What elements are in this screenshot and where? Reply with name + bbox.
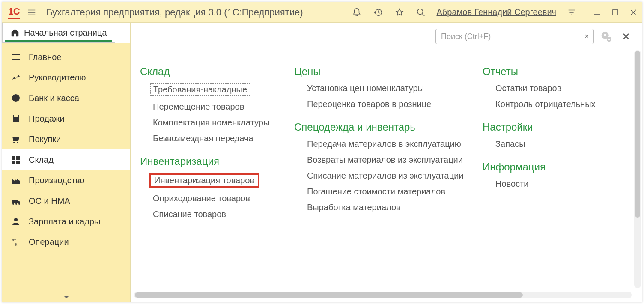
tab-home[interactable]: Начальная страница <box>2 23 115 43</box>
menu-link[interactable]: Контроль отрицательных <box>495 99 596 109</box>
section-links: Передача материалов в эксплуатациюВозвра… <box>294 139 474 212</box>
svg-point-27 <box>15 203 17 205</box>
sidebar-item-purchases[interactable]: Покупки <box>2 129 130 149</box>
tab-strip: Начальная страница <box>2 23 130 43</box>
section-title: Спецодежда и инвентарь <box>294 121 474 133</box>
sidebar-item-bank[interactable]: ₽ Банк и касса <box>2 88 130 108</box>
svg-point-35 <box>608 39 610 40</box>
menu-link[interactable]: Комплектация номенклатуры <box>153 118 269 128</box>
sidebar-item-label: Склад <box>29 155 122 165</box>
bell-icon[interactable] <box>351 6 363 18</box>
gear-icon[interactable] <box>599 29 614 44</box>
sidebar-item-label: Банк и касса <box>29 93 122 103</box>
menu-link[interactable]: Погашение стоимости материалов <box>307 187 445 197</box>
menu-link[interactable]: Списание материалов из эксплуатации <box>307 171 463 181</box>
search-input[interactable] <box>436 29 580 44</box>
sidebar-item-label: Операции <box>29 237 122 247</box>
section: ОтчетыОстатки товаровКонтроль отрицатель… <box>483 66 630 109</box>
horizontal-scrollbar[interactable] <box>134 292 632 298</box>
section: СкладТребования-накладныеПеремещение тов… <box>140 66 286 143</box>
history-icon[interactable] <box>372 6 384 18</box>
user-link[interactable]: Абрамов Геннадий Сергеевич <box>436 7 556 17</box>
menu-link[interactable]: Остатки товаров <box>495 83 561 93</box>
svg-text:Дт: Дт <box>12 238 16 242</box>
content: СкладТребования-накладныеПеремещение тов… <box>132 48 642 300</box>
menu-link[interactable]: Перемещение товаров <box>153 102 244 112</box>
vertical-scrollbar[interactable] <box>634 50 641 288</box>
menu-link[interactable]: Оприходование товаров <box>153 194 250 203</box>
svg-point-29 <box>14 218 18 221</box>
section-title: Информация <box>483 161 630 173</box>
svg-point-19 <box>13 142 15 143</box>
sidebar-item-hr[interactable]: Зарплата и кадры <box>2 211 130 232</box>
sidebar-item-manager[interactable]: Руководителю <box>2 67 130 88</box>
body: Начальная страница Главное Руководителю … <box>2 23 642 302</box>
menu-link[interactable]: Установка цен номенклатуры <box>307 83 424 93</box>
section-links: Требования-накладныеПеремещение товаровК… <box>140 83 286 143</box>
menu-link[interactable]: Запасы <box>495 139 525 149</box>
menu-link[interactable]: Переоценка товаров в рознице <box>307 99 431 109</box>
app-logo: 1С <box>8 6 20 19</box>
svg-rect-10 <box>613 10 618 15</box>
menu-link[interactable]: Инвентаризация товаров <box>149 173 259 188</box>
sidebar-item-operations[interactable]: ДтКт Операции <box>2 232 130 252</box>
svg-text:₽: ₽ <box>15 95 18 101</box>
sidebar-item-label: ОС и НМА <box>29 196 122 206</box>
section-title: Склад <box>140 66 286 77</box>
svg-rect-24 <box>16 161 20 164</box>
minimize-button[interactable] <box>593 8 602 17</box>
sidebar-expand-handle[interactable] <box>2 292 130 302</box>
menu-link[interactable]: Передача материалов в эксплуатацию <box>307 139 461 149</box>
svg-point-26 <box>12 203 14 205</box>
search-clear-button[interactable]: × <box>580 29 593 44</box>
menu-link[interactable]: Требования-накладные <box>150 83 250 96</box>
sidebar: Начальная страница Главное Руководителю … <box>2 23 131 302</box>
search-box: × <box>435 29 594 44</box>
svg-point-4 <box>417 9 423 14</box>
close-window-button[interactable] <box>629 8 638 17</box>
search-icon[interactable] <box>415 6 427 18</box>
section-links: Установка цен номенклатурыПереоценка тов… <box>294 83 474 109</box>
nav: Главное Руководителю ₽ Банк и касса Прод… <box>2 43 130 302</box>
app-title: Бухгалтерия предприятия, редакция 3.0 (1… <box>46 7 303 18</box>
sidebar-item-assets[interactable]: ОС и НМА <box>2 191 130 211</box>
svg-rect-13 <box>12 54 20 55</box>
menu-link[interactable]: Безвозмездная передача <box>153 134 253 143</box>
menu-link[interactable]: Новости <box>495 179 528 189</box>
main-menu-button[interactable] <box>26 6 38 18</box>
menu-link[interactable]: Списание товаров <box>153 209 226 219</box>
svg-rect-21 <box>12 156 15 160</box>
section-columns: СкладТребования-накладныеПеремещение тов… <box>140 66 630 289</box>
vertical-scrollbar-thumb[interactable] <box>635 51 640 218</box>
svg-rect-14 <box>12 57 20 57</box>
sidebar-item-label: Покупки <box>29 134 122 144</box>
section-title: Цены <box>294 66 474 77</box>
section: ЦеныУстановка цен номенклатурыПереоценка… <box>294 66 474 109</box>
svg-rect-25 <box>12 200 18 203</box>
sidebar-item-main[interactable]: Главное <box>2 47 130 67</box>
svg-point-33 <box>604 34 606 36</box>
maximize-button[interactable] <box>611 8 620 17</box>
sidebar-item-label: Продажи <box>29 114 122 124</box>
section: ИнформацияНовости <box>483 161 630 189</box>
column-2: ОтчетыОстатки товаровКонтроль отрицатель… <box>483 66 630 289</box>
star-icon[interactable] <box>394 6 405 18</box>
menu-link[interactable]: Выработка материалов <box>307 203 401 212</box>
svg-point-20 <box>17 142 18 143</box>
section: НастройкиЗапасы <box>483 121 630 149</box>
section: ИнвентаризацияИнвентаризация товаровОпри… <box>140 155 286 219</box>
menu-link[interactable]: Возвраты материалов из эксплуатации <box>307 155 463 165</box>
sidebar-item-sales[interactable]: Продажи <box>2 108 130 129</box>
horizontal-scrollbar-thumb[interactable] <box>135 292 523 298</box>
column-0: СкладТребования-накладныеПеремещение тов… <box>140 66 286 289</box>
svg-rect-18 <box>14 115 18 117</box>
sidebar-item-production[interactable]: Производство <box>2 170 130 191</box>
close-panel-button[interactable] <box>619 29 633 44</box>
sidebar-item-warehouse[interactable]: Склад <box>2 149 130 170</box>
tab-label: Начальная страница <box>24 28 107 38</box>
svg-rect-23 <box>12 161 15 164</box>
section-title: Отчеты <box>483 66 630 77</box>
content-toolbar: × <box>132 24 642 48</box>
filter-icon[interactable] <box>566 6 578 18</box>
main-panel: × СкладТребования-накладныеПеремещение т… <box>131 23 642 302</box>
